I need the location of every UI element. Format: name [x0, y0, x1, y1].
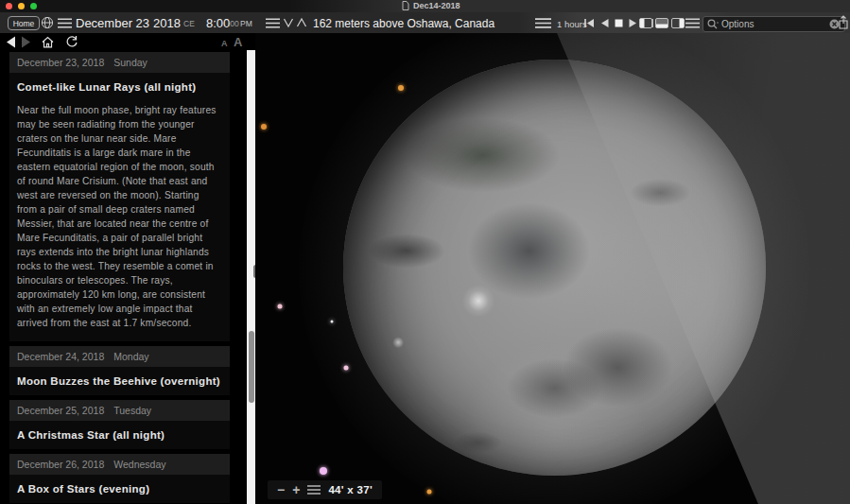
forward-button[interactable]	[21, 35, 31, 52]
app-window: Dec14-2018 Home December 23 2018 CE 8:00…	[0, 0, 850, 504]
event-title[interactable]: Comet-like Lunar Rays (all night)	[9, 73, 230, 101]
time-step-field[interactable]: 1 hours	[557, 19, 587, 29]
event-date: December 24, 2018	[17, 351, 104, 362]
bottom-pane-toggle-icon[interactable]	[655, 18, 668, 28]
play-button[interactable]	[629, 19, 637, 27]
font-larger-button[interactable]: A	[234, 35, 242, 49]
event-weekday: Monday	[113, 351, 148, 362]
event-body: Comet-like Lunar Rays (all night)Near th…	[9, 73, 230, 341]
sunrise-chevron-up-icon[interactable]	[296, 17, 307, 28]
event-date: December 23, 2018	[17, 57, 104, 68]
star[interactable]	[331, 321, 334, 323]
star[interactable]	[427, 490, 432, 495]
location-field[interactable]: 162 meters above Oshawa, Canada	[313, 17, 494, 30]
events-list: December 23, 2018SundayComet-like Lunar …	[9, 52, 230, 504]
fov-readout: 44' x 37'	[328, 484, 373, 495]
star[interactable]	[261, 124, 267, 130]
refresh-icon[interactable]	[65, 35, 78, 52]
zoom-in-button[interactable]: +	[292, 483, 300, 496]
home-button[interactable]: Home	[8, 16, 40, 30]
search-icon	[707, 19, 719, 29]
event-section: December 25, 2018TuesdayA Christmas Star…	[9, 400, 230, 449]
home-nav-button[interactable]	[42, 35, 54, 52]
stop-button[interactable]	[615, 19, 623, 27]
close-window-button[interactable]	[6, 3, 12, 9]
fov-menu-icon[interactable]	[307, 485, 321, 495]
event-date-header: December 24, 2018Monday	[9, 346, 230, 367]
document-icon	[402, 1, 409, 10]
event-date: December 25, 2018	[17, 405, 104, 416]
fov-control-bar: − + 44' x 37'	[268, 480, 382, 499]
event-section: December 23, 2018SundayComet-like Lunar …	[9, 52, 230, 341]
event-body: A Christmas Star (all night)	[9, 421, 230, 449]
date-field[interactable]: December 23	[76, 16, 149, 30]
sunset-chevron-down-icon[interactable]	[283, 17, 294, 28]
date-menu-icon[interactable]	[58, 18, 72, 28]
time-seconds[interactable]: :00	[228, 19, 239, 28]
event-body: A Box of Stars (evening)	[9, 475, 230, 503]
panel-nav-bar: A A	[0, 33, 255, 51]
era-label[interactable]: CE	[183, 19, 195, 28]
title-bar: Dec14-2018	[0, 0, 850, 12]
event-section: December 26, 2018WednesdayA Box of Stars…	[9, 454, 230, 503]
event-weekday: Wednesday	[113, 459, 165, 470]
traffic-lights	[6, 3, 37, 9]
star[interactable]	[320, 467, 327, 475]
event-date-header: December 26, 2018Wednesday	[9, 454, 230, 475]
star[interactable]	[344, 366, 349, 371]
event-title[interactable]: A Christmas Star (all night)	[9, 421, 230, 449]
event-title[interactable]: Moon Buzzes the Beehive (overnight)	[9, 367, 230, 395]
event-weekday: Tuesday	[113, 405, 151, 416]
star[interactable]	[398, 85, 404, 91]
window-title: Dec14-2018	[413, 1, 460, 10]
star[interactable]	[278, 304, 283, 309]
timeflow-menu-icon[interactable]	[535, 18, 551, 28]
event-date-header: December 25, 2018Tuesday	[9, 400, 230, 421]
zoom-out-button[interactable]: −	[277, 483, 285, 496]
event-title[interactable]: A Box of Stars (evening)	[9, 475, 230, 503]
event-date: December 26, 2018	[17, 459, 104, 470]
main-toolbar: Home December 23 2018 CE 8:00 :00 PM 162…	[0, 12, 850, 34]
event-description: Near the full moon phase, bright ray fea…	[9, 101, 230, 341]
back-button[interactable]	[6, 35, 16, 52]
sky-viewport[interactable]: − + 44' x 37'	[255, 33, 850, 504]
search-placeholder: Options	[721, 19, 754, 29]
options-menu-icon[interactable]	[685, 18, 700, 28]
event-body: Moon Buzzes the Beehive (overnight)	[9, 367, 230, 395]
event-date-header: December 23, 2018Sunday	[9, 52, 230, 73]
time-field[interactable]: 8:00	[206, 16, 230, 30]
ampm-label[interactable]: PM	[240, 19, 252, 28]
event-section: December 24, 2018MondayMoon Buzzes the B…	[9, 346, 230, 395]
year-field[interactable]: 2018	[153, 16, 181, 30]
share-icon[interactable]	[838, 15, 849, 29]
scrollbar-thumb[interactable]	[249, 331, 254, 403]
event-weekday: Sunday	[113, 57, 147, 68]
search-input[interactable]: Options	[703, 16, 845, 32]
globe-icon[interactable]	[41, 16, 54, 29]
time-menu-icon[interactable]	[266, 18, 280, 28]
zoom-window-button[interactable]	[30, 3, 37, 9]
events-panel: A A December 23, 2018SundayComet-like Lu…	[0, 33, 255, 504]
font-smaller-button[interactable]: A	[221, 39, 228, 48]
minimize-window-button[interactable]	[18, 3, 25, 9]
right-pane-toggle-icon[interactable]	[671, 18, 685, 28]
left-pane-toggle-icon[interactable]	[639, 18, 652, 28]
skip-back-button[interactable]	[584, 19, 595, 27]
step-back-button[interactable]	[600, 19, 609, 27]
